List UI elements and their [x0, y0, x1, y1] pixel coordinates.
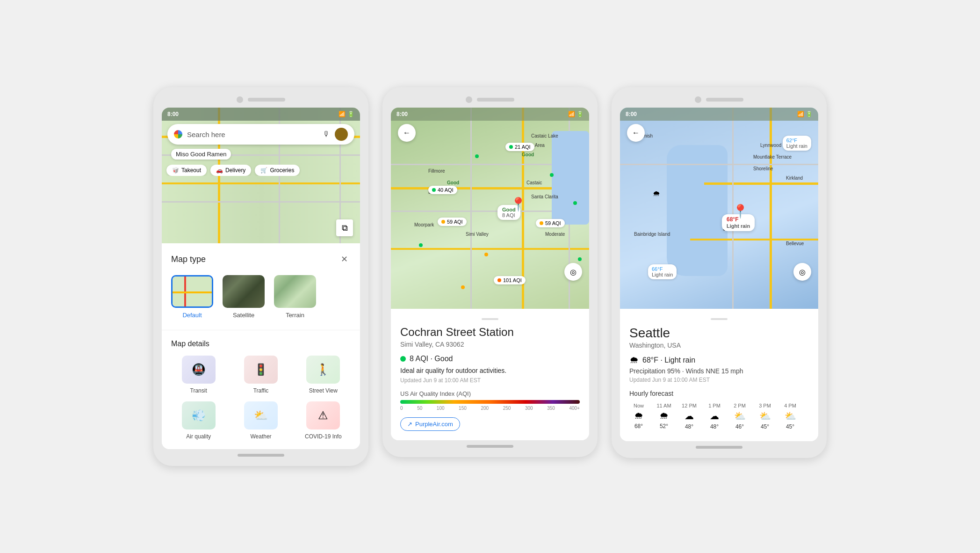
hourly-time-11: 11 AM [656, 403, 671, 408]
map-type-satellite[interactable]: Satellite [223, 275, 265, 319]
aqi-status-icons: 📶 🔋 [568, 111, 584, 117]
phone-2-screen: Castaic Lake Rec. Area Fillmore Castaic … [391, 108, 589, 440]
covid-icon: ⚠ [318, 409, 328, 422]
weather-badge-1: 62°FLight rain [783, 136, 811, 151]
miso-ramen-label[interactable]: Miso Good Ramen [171, 149, 231, 160]
aqi-badge-text-4: 59 AQI [545, 220, 561, 226]
hourly-icon-3: ⛅ [759, 410, 771, 422]
status-icons: 📶 🔋 [339, 111, 354, 117]
hourly-icon-4: ⛅ [785, 410, 796, 422]
mic-icon: 🎙 [323, 130, 330, 138]
weather-road-h1 [704, 182, 818, 185]
weather-back-button[interactable]: ← [627, 124, 645, 142]
aqi-badge-text-5: 101 AQI [503, 277, 522, 283]
detail-traffic[interactable]: 🚦 Traffic [233, 356, 288, 394]
weather-status-icons: 📶 🔋 [797, 111, 813, 117]
aqi-scale-200: 200 [481, 406, 489, 411]
hourly-icon-2: ⛅ [734, 410, 746, 422]
detail-air-label: Air quality [186, 433, 211, 440]
hourly-time-2: 2 PM [734, 403, 746, 408]
map-type-terrain[interactable]: Terrain [274, 275, 316, 319]
aqi-badge-text-1: 21 AQI [515, 144, 531, 150]
aqi-badge-text-2: 40 AQI [438, 187, 454, 193]
detail-transit[interactable]: 🚇 Transit [171, 356, 226, 394]
map-pin-aqi: 📍 [510, 196, 526, 212]
aqi-scale-50: 50 [417, 406, 422, 411]
phone-1-speaker [248, 98, 285, 102]
layers-button[interactable]: ⧉ [336, 219, 353, 236]
phones-container: DC Engineering Group Noble Fab 8:00 📶 🔋 … [153, 87, 827, 466]
phone-1-camera [237, 96, 243, 103]
aqi-scale-0: 0 [400, 406, 403, 411]
filter-takeout[interactable]: 🥡 Takeout [166, 165, 207, 176]
hourly-icon-12: ☁ [685, 410, 694, 422]
street-icon-bg: 🚶 [306, 356, 340, 384]
detail-traffic-label: Traffic [253, 387, 269, 394]
detail-street-label: Street View [309, 387, 338, 394]
green-dot-4 [419, 243, 423, 247]
aqi-location-button[interactable]: ◎ [564, 263, 582, 281]
aqi-road-v3 [470, 108, 472, 309]
aqi-status-bar: 8:00 📶 🔋 [391, 108, 589, 121]
aqi-city-3: Fillmore [428, 168, 445, 174]
aqi-city-9: Moderate [545, 232, 565, 237]
weather-status-time: 8:00 [626, 111, 637, 117]
hourly-now: Now 🌧 68° [629, 403, 648, 430]
aqi-city-4: Castaic [526, 180, 542, 185]
aqi-good-label-2: Good [447, 180, 459, 185]
search-bar[interactable]: Search here 🎙 [167, 124, 354, 145]
detail-transit-label: Transit [190, 387, 207, 394]
detail-weather[interactable]: ⛅ Weather [233, 401, 288, 440]
wifi-icon: 📶 [339, 111, 346, 117]
hourly-temp-4: 45° [786, 423, 794, 430]
map-details-title: Map details [171, 340, 351, 348]
aqi-description: Ideal air quality for outdoor activities… [400, 367, 580, 374]
map-pin-weather: 📍 [732, 204, 749, 219]
weather-icon: ⛅ [254, 409, 268, 422]
weather-city-bellevue: Bellevue [786, 241, 804, 246]
city-country: Washington, USA [629, 342, 809, 349]
phone-3-screen: Lynnwood Mountlake Terrace Shoreline Kir… [620, 108, 818, 441]
detail-air-quality[interactable]: 💨 Air quality [171, 401, 226, 440]
filter-groceries[interactable]: 🛒 Groceries [255, 165, 300, 176]
user-avatar[interactable] [335, 128, 348, 141]
traffic-icon: 🚦 [254, 363, 268, 376]
weather-location-button[interactable]: ◎ [793, 263, 811, 281]
weather-details: Precipitation 95% · Winds NNE 15 mph [629, 367, 809, 375]
purple-air-link[interactable]: ↗ PurpleAir.com [400, 417, 460, 431]
external-link-icon: ↗ [407, 421, 412, 428]
close-button[interactable]: ✕ [338, 253, 351, 266]
home-bar-2 [467, 445, 513, 448]
aqi-back-button[interactable]: ← [398, 124, 416, 142]
water-area-1 [552, 131, 589, 225]
location-name: Cochran Street Station [400, 326, 580, 339]
drag-handle [482, 318, 498, 320]
weather-map-bg: Lynnwood Mountlake Terrace Shoreline Kir… [620, 108, 818, 309]
aqi-index-label: US Air Quality Index (AQI) [400, 390, 580, 397]
hourly-temp-11: 52° [660, 423, 668, 429]
city-name: Seattle [629, 326, 809, 341]
aqi-dot-5 [497, 278, 501, 282]
aqi-status-text: 8 AQI · Good [410, 355, 453, 363]
transit-icon-bg: 🚇 [182, 356, 216, 384]
hourly-time-4: 4 PM [784, 403, 796, 408]
map-type-default[interactable]: Default [171, 275, 213, 319]
filter-bar: 🥡 Takeout 🚗 Delivery 🛒 Groceries [162, 165, 360, 176]
aqi-badge-1: 21 AQI [505, 143, 534, 151]
hourly-4pm: 4 PM ⛅ 45° [781, 403, 800, 430]
filter-delivery[interactable]: 🚗 Delivery [210, 165, 251, 176]
detail-covid[interactable]: ⚠ COVID-19 Info [296, 401, 351, 440]
traffic-icon-bg: 🚦 [244, 356, 278, 384]
aqi-dot-3 [441, 220, 445, 224]
map-type-default-label: Default [182, 312, 202, 319]
covid-icon-bg: ⚠ [306, 401, 340, 429]
aqi-scale-350: 350 [547, 406, 555, 411]
hourly-5pm: 5 PM ⛅ 42° [806, 403, 809, 430]
battery-icon-3: 🔋 [806, 111, 813, 117]
aqi-green-dot [400, 356, 406, 362]
map-status-bar: 8:00 📶 🔋 [162, 108, 360, 121]
map-type-terrain-thumb [274, 275, 316, 308]
aqi-scale-300: 300 [525, 406, 533, 411]
weather-updated: Updated Jun 9 at 10:00 AM EST [629, 377, 809, 383]
detail-street-view[interactable]: 🚶 Street View [296, 356, 351, 394]
